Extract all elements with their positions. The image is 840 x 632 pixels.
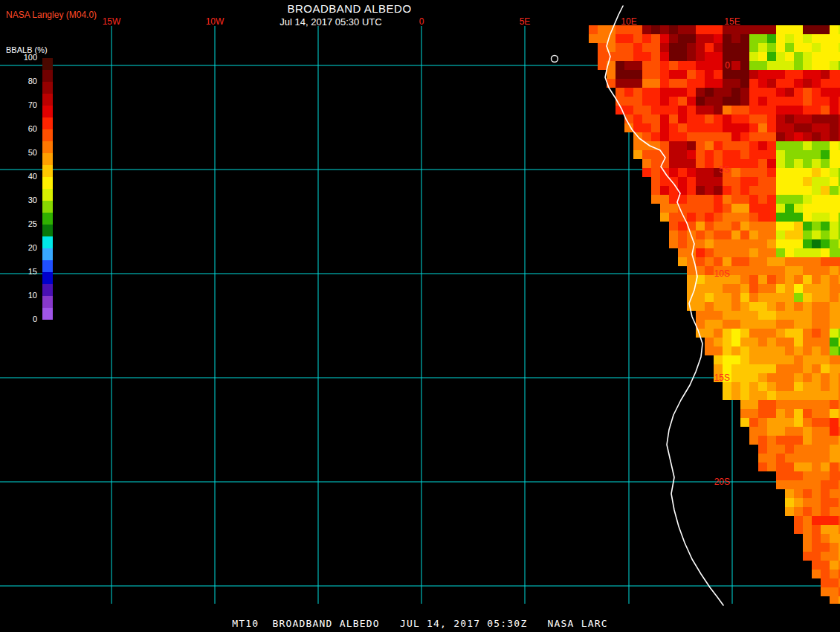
colorbar-segment [42,94,53,106]
colorbar-segment [42,117,53,129]
colorbar-segment [42,308,53,320]
meridian-label: 10E [621,16,636,27]
colorbar-tick: 25 [12,219,37,228]
island-marker [552,56,558,62]
colorbar-segment [42,106,53,117]
colorbar-segment [42,141,53,153]
meridian-label: 0 [419,16,424,27]
colorbar-tick: 80 [12,77,37,86]
colorbar-tick: 100 [12,53,37,62]
colorbar-segment [42,248,53,260]
parallel-label: 0 [705,60,730,71]
meridian-label: 10W [206,16,224,27]
colorbar-tick: 20 [12,243,37,252]
page-datetime: Jul 14, 2017 05:30 UTC [280,16,381,28]
colorbar-tick: 40 [12,172,37,181]
parallel-label: 10S [705,268,730,279]
colorbar-segment [42,58,53,70]
colorbar-tick: 30 [12,196,37,204]
page-title: BROADBAND ALBEDO [287,2,411,15]
parallel-label: 20S [705,477,730,487]
colorbar-tick: 10 [12,291,37,300]
colorbar-scale [42,58,53,320]
colorbar-segment [42,82,53,94]
colorbar-segment [42,236,53,248]
colorbar-segment [42,165,53,177]
colorbar-segment [42,260,53,272]
colorbar-segment [42,296,53,308]
source-label: NASA Langley (M04.0) [6,10,97,20]
colorbar-segment [42,153,53,165]
colorbar-tick: 70 [12,100,37,109]
colorbar-segment [42,284,53,296]
colorbar-tick: 15 [12,267,37,276]
parallel-label: 15S [705,373,730,383]
colorbar-segment [42,272,53,284]
footer-caption: MT10 BROADBAND ALBEDO JUL 14, 2017 05:30… [232,618,608,629]
colorbar-segment [42,225,53,236]
map-canvas [0,0,840,632]
parallel-label: 5S [705,164,730,175]
meridian-label: 15E [724,16,740,27]
meridian-label: 15W [103,16,121,27]
meridian-label: 5E [520,16,531,27]
colorbar-tick: 60 [12,124,37,133]
colorbar-segment [42,177,53,189]
colorbar-segment [42,129,53,141]
colorbar-tick: 50 [12,148,37,157]
colorbar-segment [42,189,53,201]
colorbar-tick: 0 [12,315,37,323]
colorbar-segment [42,70,53,82]
albedo-data-layer [589,25,840,604]
colorbar-segment [42,201,53,213]
colorbar-segment [42,213,53,225]
